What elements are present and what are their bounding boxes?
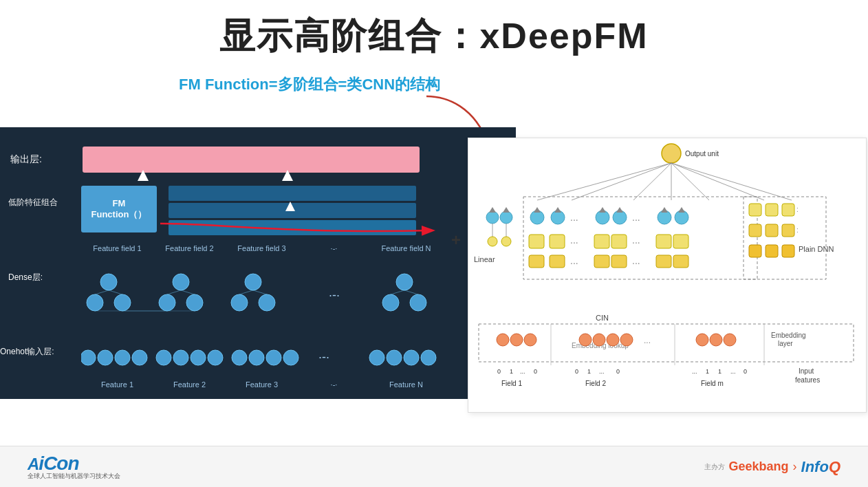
svg-line-10 xyxy=(167,290,181,294)
svg-marker-71 xyxy=(678,207,685,213)
fm-line1: FM xyxy=(113,198,126,208)
featN: Feature N xyxy=(370,380,442,389)
svg-point-115 xyxy=(593,334,605,346)
svg-point-12 xyxy=(245,274,261,290)
geekbang-arrow-icon: › xyxy=(793,459,797,474)
svg-text:1: 1 xyxy=(718,368,721,375)
svg-rect-88 xyxy=(749,204,761,216)
output-layer-bar xyxy=(83,147,420,173)
svg-text:...: ... xyxy=(632,212,640,223)
left-diagram: 输出层: 低阶特征组合 FM Function（） Feature field … xyxy=(0,127,516,399)
svg-point-119 xyxy=(696,334,708,346)
svg-point-36 xyxy=(249,350,264,365)
feat1: Feature 1 xyxy=(81,380,153,389)
svg-line-16 xyxy=(253,290,267,294)
svg-text:Plain DNN: Plain DNN xyxy=(799,245,834,253)
dnn-bar1 xyxy=(169,186,416,201)
svg-point-117 xyxy=(620,334,633,346)
right-diagram-inner: Output unit Linear CIN Plain DNN xyxy=(468,138,866,412)
svg-text:CIN: CIN xyxy=(596,314,609,322)
svg-rect-93 xyxy=(766,224,778,237)
svg-rect-75 xyxy=(594,235,609,248)
svg-point-2 xyxy=(100,274,117,290)
svg-text:0: 0 xyxy=(616,368,620,375)
arrow-up-dnn xyxy=(285,202,295,211)
svg-point-28 xyxy=(98,350,113,365)
svg-point-20 xyxy=(410,294,426,311)
aicon-subtitle: 全球人工智能与机器学习技术大会 xyxy=(28,472,120,481)
svg-text:Embedding: Embedding xyxy=(771,332,806,339)
ff5: Feature field N xyxy=(370,244,442,252)
dense-label: Dense层: xyxy=(8,272,43,283)
svg-text:...: ... xyxy=(632,255,640,266)
svg-text:...: ... xyxy=(632,235,640,246)
nn-dense-svg: ·-· xyxy=(81,261,508,344)
svg-text:...: ... xyxy=(570,212,578,223)
fm-function-box: FM Function（） xyxy=(81,186,157,232)
svg-line-50 xyxy=(633,163,671,200)
svg-rect-86 xyxy=(656,255,671,268)
svg-text:...: ... xyxy=(692,368,697,375)
svg-point-99 xyxy=(486,211,499,224)
feature-bottom-row: Feature 1 Feature 2 Feature 3 ·-· Featur… xyxy=(81,380,494,389)
svg-text:1: 1 xyxy=(510,368,513,375)
svg-point-40 xyxy=(369,350,384,365)
svg-line-6 xyxy=(109,290,122,294)
svg-text:...: ... xyxy=(570,235,578,246)
svg-text:·-·: ·-· xyxy=(329,288,340,302)
feature-field-row: Feature field 1 Feature field 2 Feature … xyxy=(81,244,494,252)
arrow-up-left xyxy=(138,170,149,181)
right-logos: 主办方 Geekbang › InfoQ xyxy=(704,458,840,476)
svg-text:...: ... xyxy=(570,255,578,266)
svg-point-120 xyxy=(710,334,722,346)
svg-line-48 xyxy=(671,163,792,200)
svg-point-41 xyxy=(387,350,402,365)
svg-rect-84 xyxy=(611,255,627,268)
svg-marker-66 xyxy=(616,207,623,213)
svg-rect-79 xyxy=(673,235,688,248)
ff3: Feature field 3 xyxy=(226,244,298,252)
svg-point-43 xyxy=(421,350,436,365)
feat2: Feature 2 xyxy=(153,380,226,389)
svg-line-21 xyxy=(391,290,404,294)
infoq-logo: InfoQ xyxy=(801,458,840,476)
svg-line-49 xyxy=(572,163,671,200)
svg-point-29 xyxy=(115,350,130,365)
svg-rect-80 xyxy=(529,255,544,268)
svg-rect-78 xyxy=(656,235,671,248)
svg-point-27 xyxy=(81,350,96,365)
svg-point-38 xyxy=(283,350,299,365)
svg-point-37 xyxy=(266,350,281,365)
svg-point-114 xyxy=(579,334,592,346)
feat3: Feature 3 xyxy=(226,380,298,389)
svg-rect-90 xyxy=(782,204,794,216)
svg-text:Field 1: Field 1 xyxy=(501,380,522,387)
svg-marker-69 xyxy=(661,207,668,213)
geekbang-logo: Geekbang xyxy=(729,459,789,474)
svg-text:features: features xyxy=(795,376,820,384)
low-order-label: 低阶特征组合 xyxy=(8,196,58,208)
svg-marker-102 xyxy=(503,207,510,213)
dnn-bar3 xyxy=(169,220,416,235)
svg-text:Input: Input xyxy=(799,367,814,375)
svg-point-4 xyxy=(114,294,131,311)
svg-point-111 xyxy=(497,334,509,346)
svg-point-8 xyxy=(159,294,175,311)
svg-line-5 xyxy=(95,290,109,294)
svg-point-19 xyxy=(382,294,399,311)
svg-text:...: ... xyxy=(644,336,651,345)
svg-point-34 xyxy=(208,350,223,365)
arrow-up-right xyxy=(282,170,293,181)
svg-rect-97 xyxy=(766,245,778,257)
svg-point-14 xyxy=(259,294,275,311)
svg-text:...: ... xyxy=(599,368,605,375)
svg-point-44 xyxy=(662,144,681,163)
onehot-nodes-svg: ·-· xyxy=(81,340,508,378)
bottom-bar: AiCon 全球人工智能与机器学习技术大会 主办方 Geekbang › Inf… xyxy=(0,446,868,487)
svg-line-15 xyxy=(239,290,253,294)
subtitle-annotation: FM Function=多阶组合=类CNN的结构 xyxy=(179,74,440,95)
svg-marker-61 xyxy=(554,207,561,213)
svg-text:...: ... xyxy=(730,368,736,375)
svg-rect-92 xyxy=(749,224,761,237)
svg-line-52 xyxy=(671,163,764,200)
